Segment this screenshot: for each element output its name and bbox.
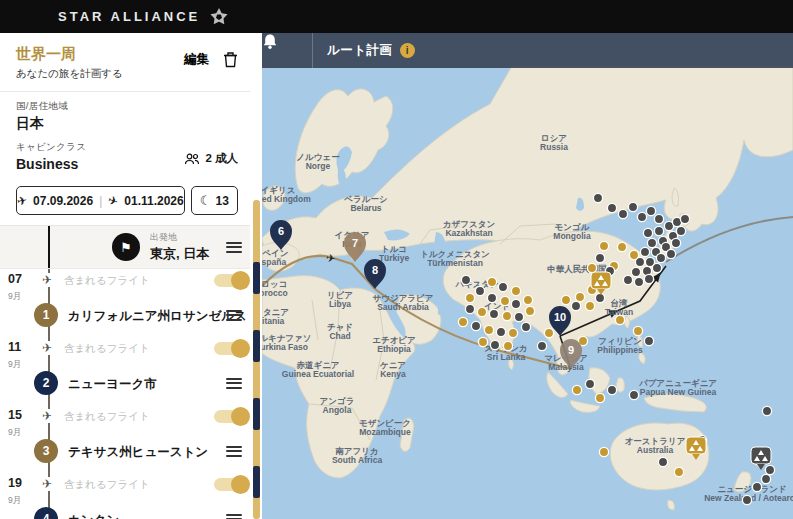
airport-dot[interactable] <box>644 336 653 345</box>
airport-dot[interactable] <box>477 307 486 316</box>
delete-trip-button[interactable] <box>223 51 238 68</box>
airport-dot[interactable] <box>629 390 638 399</box>
airport-dot[interactable] <box>680 214 689 223</box>
nights-field[interactable]: ☾ 13 <box>191 186 238 215</box>
airport-dot[interactable] <box>623 275 632 284</box>
stop-row[interactable]: 4 カンクン <box>0 497 250 519</box>
airport-dot[interactable] <box>644 274 653 283</box>
included-flight-toggle[interactable] <box>214 478 248 491</box>
date-range-field[interactable]: ✈ 07.09.2026 | ✈ 01.11.2026 <box>16 186 185 215</box>
airport-dot[interactable] <box>654 214 663 223</box>
airport-dot[interactable] <box>572 385 581 394</box>
drag-handle-icon[interactable] <box>226 307 242 323</box>
included-flight-toggle[interactable] <box>214 342 248 355</box>
airport-dot[interactable] <box>511 286 520 295</box>
airport-dot[interactable] <box>502 311 511 320</box>
airport-dot[interactable] <box>658 457 667 466</box>
stop-row[interactable]: 3 テキサス州ヒューストン <box>0 429 250 473</box>
airport-dot[interactable] <box>487 293 496 302</box>
airport-dot[interactable] <box>508 328 517 337</box>
airport-dot[interactable] <box>647 238 656 247</box>
tab-route-plan[interactable]: ルート計画 i <box>313 33 429 68</box>
drag-handle-icon[interactable] <box>226 443 242 459</box>
airport-dot[interactable] <box>571 301 580 310</box>
airport-dot[interactable] <box>634 277 643 286</box>
airport-dot[interactable] <box>742 495 751 504</box>
airport-dot[interactable] <box>561 295 570 304</box>
airport-dot[interactable] <box>615 315 624 324</box>
airport-dot[interactable] <box>640 247 649 256</box>
airport-dot[interactable] <box>617 242 626 251</box>
airport-dot[interactable] <box>465 293 474 302</box>
airport-dot[interactable] <box>607 203 616 212</box>
airport-dot[interactable] <box>484 325 493 334</box>
airport-dot[interactable] <box>585 379 594 388</box>
airport-dot[interactable] <box>595 393 604 402</box>
airport-dot[interactable] <box>654 226 663 235</box>
airport-dot[interactable] <box>511 299 520 308</box>
airport-dot[interactable] <box>628 202 637 211</box>
airport-dot[interactable] <box>646 206 655 215</box>
airport-dot[interactable] <box>487 277 496 286</box>
airport-dot[interactable] <box>666 249 675 258</box>
airport-dot[interactable] <box>656 253 665 262</box>
airport-dot[interactable] <box>599 241 608 250</box>
airport-dot[interactable] <box>593 193 602 202</box>
airport-dot[interactable] <box>461 275 470 284</box>
airport-dot[interactable] <box>637 212 646 221</box>
drag-handle-icon[interactable] <box>226 239 242 255</box>
passenger-selector[interactable]: 2 成人 <box>184 151 238 166</box>
drag-handle-icon[interactable] <box>226 511 242 519</box>
airport-dot[interactable] <box>575 292 584 301</box>
airport-dot[interactable] <box>503 341 512 350</box>
airport-dot[interactable] <box>652 263 661 272</box>
airport-dot[interactable] <box>475 286 484 295</box>
airport-dot[interactable] <box>514 312 523 321</box>
airport-dot[interactable] <box>458 317 467 326</box>
airport-dot[interactable] <box>752 482 761 491</box>
airport-dot[interactable] <box>471 321 480 330</box>
airport-dot[interactable] <box>671 238 680 247</box>
edit-button[interactable]: 編集 <box>184 51 209 68</box>
airport-dot[interactable] <box>607 385 616 394</box>
airport-dot[interactable] <box>629 250 638 259</box>
airport-dot[interactable] <box>674 467 683 476</box>
stop-row[interactable]: 1 カリフォルニア州ロサンゼルス <box>0 293 250 337</box>
airport-dot[interactable] <box>496 327 505 336</box>
flight-date-day: 19 <box>8 476 22 490</box>
info-icon[interactable]: i <box>400 43 415 58</box>
airport-dot[interactable] <box>478 337 487 346</box>
flight-plane-icon: ✈ <box>40 341 54 355</box>
origin-row[interactable]: ⚑ 出発地 東京, 日本 <box>0 226 250 269</box>
airport-dot[interactable] <box>643 228 652 237</box>
stop-row[interactable]: 2 ニューヨーク市 <box>0 361 250 405</box>
sidebar-scrollbar[interactable] <box>250 33 262 519</box>
airport-dot[interactable] <box>595 293 604 302</box>
airport-dot[interactable] <box>537 341 546 350</box>
airport-dot[interactable] <box>585 301 594 310</box>
airport-dot[interactable] <box>490 340 499 349</box>
airport-dot[interactable] <box>633 326 642 335</box>
airport-dot[interactable] <box>765 465 774 474</box>
airport-dot[interactable] <box>595 253 604 262</box>
included-flight-toggle[interactable] <box>214 410 248 423</box>
route-map[interactable]: ✈ ノルウェーNorgeイギリスUnited KingdomベラルーシBelar… <box>262 33 793 519</box>
airport-dot[interactable] <box>498 282 507 291</box>
airport-dot[interactable] <box>587 263 596 272</box>
airport-dot[interactable] <box>618 209 627 218</box>
airport-dot[interactable] <box>599 447 608 456</box>
airport-dot[interactable] <box>676 226 685 235</box>
airport-dot[interactable] <box>465 304 474 313</box>
included-flight-label: 含まれるフライト <box>64 342 150 356</box>
airport-dot[interactable] <box>631 267 640 276</box>
airport-dot[interactable] <box>761 474 770 483</box>
airport-dot[interactable] <box>521 322 530 331</box>
drag-handle-icon[interactable] <box>226 375 242 391</box>
airport-dot[interactable] <box>525 306 534 315</box>
included-flight-toggle[interactable] <box>214 274 248 287</box>
airport-dot[interactable] <box>523 295 532 304</box>
airport-dot[interactable] <box>500 296 509 305</box>
airport-dot[interactable] <box>544 328 553 337</box>
airport-dot[interactable] <box>489 309 498 318</box>
airport-dot[interactable] <box>762 406 771 415</box>
